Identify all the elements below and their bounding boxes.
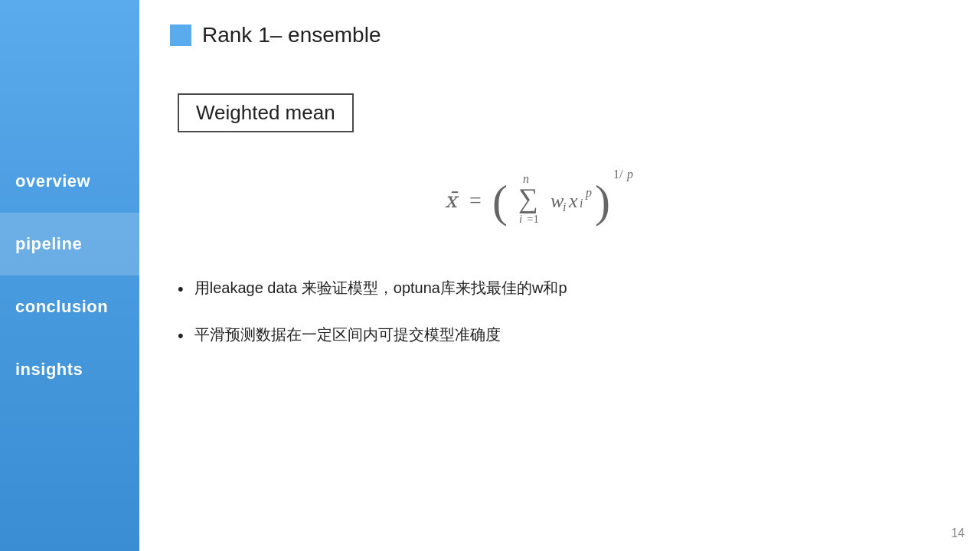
bullet-item-2: • 平滑预测数据在一定区间内可提交模型准确度 bbox=[178, 324, 934, 348]
svg-text:(: ( bbox=[492, 176, 508, 227]
sidebar-item-insights[interactable]: insights bbox=[0, 338, 139, 401]
title-row: Rank 1– ensemble bbox=[170, 23, 934, 47]
svg-text:x̄: x̄ bbox=[445, 188, 459, 212]
slide-title: Rank 1– ensemble bbox=[202, 23, 381, 47]
svg-text:=: = bbox=[469, 188, 482, 212]
svg-text:): ) bbox=[595, 176, 610, 227]
svg-text:=1: =1 bbox=[527, 213, 539, 225]
bullet-text-1: 用leakage data 来验证模型，optuna库来找最佳的w和p bbox=[194, 278, 567, 298]
svg-text:i: i bbox=[519, 213, 522, 225]
bullet-dot-2: • bbox=[178, 324, 184, 348]
bullet-dot-1: • bbox=[178, 278, 184, 302]
sidebar-item-pipeline[interactable]: pipeline bbox=[0, 213, 139, 276]
bullet-text-2: 平滑预测数据在一定区间内可提交模型准确度 bbox=[194, 324, 501, 345]
svg-text:i: i bbox=[563, 201, 566, 214]
bullet-item-1: • 用leakage data 来验证模型，optuna库来找最佳的w和p bbox=[178, 278, 934, 302]
svg-text:p: p bbox=[626, 168, 633, 181]
sidebar: overview pipeline conclusion insights bbox=[0, 0, 139, 551]
svg-text:p: p bbox=[585, 186, 592, 200]
formula-svg: x̄ = ( n ∑ i =1 w i x i p ) 1/ p bbox=[445, 163, 659, 240]
sidebar-item-overview[interactable]: overview bbox=[0, 150, 139, 213]
main-content: Rank 1– ensemble Weighted mean x̄ = ( n … bbox=[139, 0, 980, 551]
formula-area: x̄ = ( n ∑ i =1 w i x i p ) 1/ p bbox=[170, 163, 934, 240]
page-number: 14 bbox=[951, 527, 965, 540]
weighted-mean-box: Weighted mean bbox=[178, 93, 354, 132]
svg-text:x: x bbox=[568, 190, 578, 212]
sidebar-item-conclusion[interactable]: conclusion bbox=[0, 276, 139, 338]
bullet-section: • 用leakage data 来验证模型，optuna库来找最佳的w和p • … bbox=[178, 278, 934, 348]
blue-square-icon bbox=[170, 24, 191, 46]
svg-text:1/: 1/ bbox=[613, 168, 623, 181]
svg-text:i: i bbox=[580, 197, 583, 210]
svg-text:∑: ∑ bbox=[518, 183, 538, 214]
